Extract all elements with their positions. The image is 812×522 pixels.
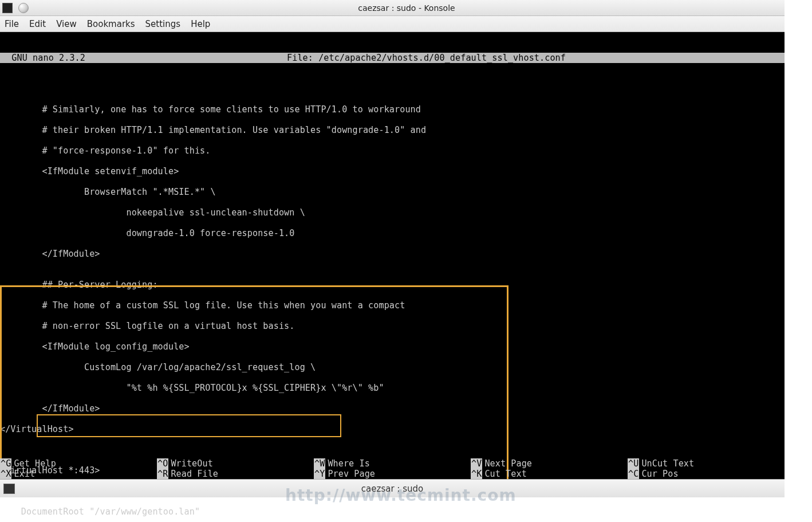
shortcut-get-help[interactable]: ^GGet Help bbox=[0, 458, 157, 469]
menu-help[interactable]: Help bbox=[191, 19, 210, 29]
shortcut-writeout[interactable]: ^OWriteOut bbox=[157, 458, 314, 469]
editor-line: # "force-response-1.0" for this. bbox=[0, 146, 785, 156]
editor-line: ## Per-Server Logging: bbox=[0, 280, 785, 290]
editor-line: </IfModule> bbox=[0, 403, 785, 414]
editor-line: </IfModule> bbox=[0, 249, 785, 259]
editor-line: # The home of a custom SSL log file. Use… bbox=[0, 300, 785, 311]
nano-shortcuts: ^GGet Help ^OWriteOut ^WWhere Is ^VNext … bbox=[0, 458, 785, 479]
editor-line: # Similarly, one has to force some clien… bbox=[0, 104, 785, 115]
shortcut-cur-pos[interactable]: ^CCur Pos bbox=[628, 469, 785, 479]
shortcut-prev-page[interactable]: ^YPrev Page bbox=[314, 469, 471, 479]
editor-line: <IfModule setenvif_module> bbox=[0, 166, 785, 176]
taskbar: caezsar : sudo bbox=[0, 479, 785, 497]
window-titlebar[interactable]: caezsar : sudo - Konsole bbox=[0, 0, 785, 16]
editor-line: CustomLog /var/log/apache2/ssl_request_l… bbox=[0, 362, 785, 372]
editor-line: <IfModule log_config_module> bbox=[0, 342, 785, 352]
window-control-icon[interactable] bbox=[18, 3, 29, 13]
shortcut-where-is[interactable]: ^WWhere Is bbox=[314, 458, 471, 469]
editor-line: BrowserMatch ".*MSIE.*" \ bbox=[0, 187, 785, 197]
editor-line: # their broken HTTP/1.1 implementation. … bbox=[0, 125, 785, 135]
shortcut-read-file[interactable]: ^RRead File bbox=[157, 469, 314, 479]
shortcut-uncut-text[interactable]: ^UUnCut Text bbox=[628, 458, 785, 469]
shortcut-exit[interactable]: ^XExit bbox=[0, 469, 157, 479]
menu-edit[interactable]: Edit bbox=[29, 19, 46, 29]
editor-line: "%t %h %{SSL_PROTOCOL}x %{SSL_CIPHER}x \… bbox=[0, 383, 785, 393]
nano-version: GNU nano 2.3.2 bbox=[0, 53, 85, 63]
app-icon bbox=[2, 3, 13, 13]
menubar: File Edit View Bookmarks Settings Help bbox=[0, 16, 785, 32]
editor-line: downgrade-1.0 force-response-1.0 bbox=[0, 228, 785, 238]
menu-file[interactable]: File bbox=[5, 19, 19, 29]
shortcut-cut-text[interactable]: ^KCut Text bbox=[471, 469, 628, 479]
window-title: caezsar : sudo - Konsole bbox=[29, 3, 785, 13]
menu-view[interactable]: View bbox=[56, 19, 77, 29]
nano-header: GNU nano 2.3.2 File: /etc/apache2/vhosts… bbox=[0, 53, 785, 63]
taskbar-app-icon[interactable] bbox=[3, 484, 15, 494]
editor-line: nokeepalive ssl-unclean-shutdown \ bbox=[0, 207, 785, 218]
konsole-window: caezsar : sudo - Konsole File Edit View … bbox=[0, 0, 785, 497]
editor-line: </VirtualHost> bbox=[0, 424, 785, 434]
editor-line: DocumentRoot "/var/www/gentoo.lan" bbox=[0, 507, 785, 517]
menu-bookmarks[interactable]: Bookmarks bbox=[87, 19, 135, 29]
taskbar-tab-label[interactable]: caezsar : sudo bbox=[361, 484, 423, 494]
terminal-area[interactable]: GNU nano 2.3.2 File: /etc/apache2/vhosts… bbox=[0, 32, 785, 479]
editor-line: # non-error SSL logfile on a virtual hos… bbox=[0, 321, 785, 331]
shortcut-next-page[interactable]: ^VNext Page bbox=[471, 458, 628, 469]
nano-editor-body[interactable]: # Similarly, one has to force some clien… bbox=[0, 94, 785, 522]
menu-settings[interactable]: Settings bbox=[145, 19, 181, 29]
nano-file-label: File: /etc/apache2/vhosts.d/00_default_s… bbox=[85, 53, 767, 63]
